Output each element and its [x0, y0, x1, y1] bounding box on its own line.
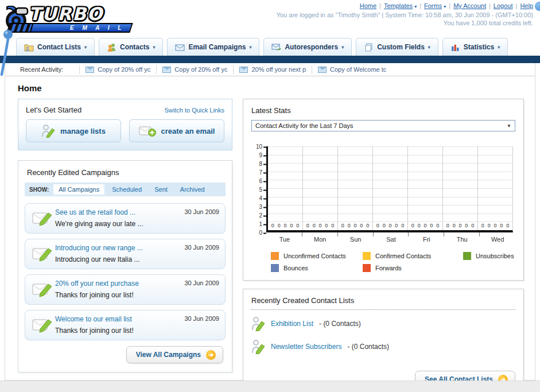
legend-label: Bounces [283, 265, 308, 271]
nav-link-my-account[interactable]: My Account [453, 2, 486, 9]
campaign-title-link[interactable]: Welcome to our email list [55, 315, 184, 323]
view-all-campaigns-button[interactable]: View All Campaigns ➜ [126, 346, 223, 363]
recent-activity-item[interactable]: Copy of Welcome tc [312, 65, 392, 74]
bar-value-label: 0 [325, 223, 328, 228]
bar-value-label: 0 [313, 223, 316, 228]
bar-value-label: 0 [389, 223, 391, 228]
contact-list-count: - (0 Contacts) [319, 320, 361, 328]
nav-link-help[interactable]: Help [520, 2, 533, 9]
content-frame: Recent Activity: Copy of 20% off yc Copy… [5, 63, 535, 381]
campaign-row[interactable]: 20% off your next purchaseThanks for joi… [25, 274, 226, 305]
campaign-row[interactable]: Introducing our new range ...Introducing… [25, 239, 226, 269]
campaign-subtitle: Thanks for joining our list! [55, 327, 134, 335]
credits-text: You have 1,000 total credits left. [277, 20, 533, 26]
legend-label: Forwards [375, 265, 402, 271]
legend-swatch-icon [271, 264, 279, 272]
bar-value-label: 0 [296, 223, 299, 228]
tab-custom-fields[interactable]: Custom Fields ▾ [356, 38, 438, 56]
contact-lists-title: Recently Created Contact Lists [251, 296, 515, 310]
create-email-button[interactable]: create an email [129, 119, 224, 142]
chart-plot: 00000000000000000000000000000000000 [266, 146, 513, 232]
envelope-icon [239, 67, 248, 73]
contact-list-link[interactable]: Newsletter Subscribers [271, 343, 341, 351]
page-footer [0, 381, 540, 392]
recent-activity-item[interactable]: Copy of 20% off yc [156, 65, 233, 74]
nav-link-templates[interactable]: Templates [384, 2, 413, 9]
recent-activity-item[interactable]: 20% off your next p [233, 65, 312, 74]
chart-legend: Unconfirmed ContactsConfirmed ContactsUn… [271, 252, 515, 272]
tab-autoresponders[interactable]: Autoresponders ▾ [263, 38, 352, 56]
chart-day-group: 00000 [337, 146, 372, 230]
switch-quick-links-link[interactable]: Switch to Quick Links [164, 107, 224, 114]
y-tick-label: 7 [259, 169, 262, 176]
bar-value-label: 0 [306, 223, 309, 228]
filter-sent[interactable]: Sent [149, 184, 173, 195]
get-started-panel: Let's Get Started Switch to Quick Links … [18, 99, 232, 150]
nav-link-home[interactable]: Home [360, 2, 376, 9]
contact-list-row: Newsletter Subscribers - (0 Contacts) [251, 335, 515, 358]
bar-value-label: 0 [383, 223, 386, 228]
filter-archived[interactable]: Archived [175, 184, 210, 195]
bar-value-label: 0 [278, 223, 281, 228]
bar-value-label: 0 [506, 223, 509, 228]
header: TURBO E M A I L Home|Templates ▾|Forms ▾… [0, 0, 540, 37]
navy-divider-bar [0, 56, 540, 63]
envelope-icon [162, 67, 171, 73]
bar-value-label: 0 [366, 223, 369, 228]
envelope-edit-icon [32, 280, 55, 300]
tab-email-campaigns[interactable]: Email Campaigns ▾ [167, 38, 259, 56]
x-tick-label: Mon [302, 232, 338, 244]
chart-yaxis: 012345678910 [252, 146, 266, 232]
envelope-edit-icon [32, 315, 55, 335]
x-tick-label: Thu [444, 232, 480, 244]
recent-activity-item[interactable]: Copy of 20% off yc [79, 65, 156, 74]
bar-value-label: 0 [395, 223, 398, 228]
page-title: Home [18, 83, 535, 93]
main-nav-tabs: Contact Lists ▾ Contacts ▾ Email Campaig… [0, 38, 540, 56]
bar-value-label: 0 [360, 223, 363, 228]
chevron-down-icon: ▾ [341, 45, 344, 50]
tab-contact-lists[interactable]: Contact Lists ▾ [16, 38, 95, 56]
y-tick-label: 6 [259, 178, 262, 184]
campaign-title-link[interactable]: See us at the retail food ... [55, 208, 184, 216]
logo-email-bar: E M A I L [29, 23, 133, 33]
filter-all-campaigns[interactable]: All Campaigns [53, 184, 104, 195]
legend-swatch-icon [363, 252, 371, 260]
x-tick-label: Sun [338, 232, 374, 244]
tab-statistics[interactable]: Statistics ▾ [442, 38, 508, 56]
nav-link-logout[interactable]: Logout [494, 2, 513, 9]
tab-contacts[interactable]: Contacts ▾ [99, 38, 163, 56]
stats-period-select[interactable]: Contact Activity for the Last 7 Days ▼ [251, 120, 515, 131]
latest-stats-panel: Latest Stats Contact Activity for the La… [243, 99, 524, 281]
arrow-right-icon: ➜ [206, 350, 216, 360]
bar-value-label: 0 [500, 223, 503, 228]
campaign-date: 30 Jun 2009 [184, 315, 219, 335]
filter-scheduled[interactable]: Scheduled [107, 184, 147, 195]
turbo-email-logo: TURBO E M A I L [3, 2, 147, 34]
y-tick-label: 10 [256, 143, 262, 150]
manage-lists-button[interactable]: manage lists [26, 119, 121, 142]
campaign-title-link[interactable]: Introducing our new range ... [55, 244, 184, 252]
legend-item: Forwards [363, 264, 463, 272]
bar-value-label: 0 [283, 223, 286, 228]
chevron-down-icon: ▼ [507, 123, 511, 129]
bar-value-label: 0 [290, 223, 293, 228]
contact-list-link[interactable]: Exhibition List [271, 320, 313, 328]
chart-xaxis: TueMonSunSatFriThuWed [267, 232, 515, 244]
y-tick-label: 8 [259, 161, 262, 167]
campaign-row[interactable]: Welcome to our email listThanks for join… [25, 310, 226, 340]
pages-icon [364, 43, 374, 52]
bar-value-label: 0 [459, 223, 461, 228]
latest-stats-title: Latest Stats [251, 106, 515, 115]
chart-day-group: 00000 [268, 146, 302, 230]
campaign-date: 30 Jun 2009 [184, 280, 219, 300]
recent-activity-label: Recent Activity: [20, 66, 63, 73]
contact-list-row: Exhibition List - (0 Contacts) [251, 312, 515, 335]
nav-link-forms[interactable]: Forms [424, 2, 442, 9]
header-nav: Home|Templates ▾|Forms ▾|My Account|Logo… [277, 2, 533, 9]
bar-value-label: 0 [424, 223, 426, 228]
bar-value-label: 0 [401, 223, 404, 228]
campaign-row[interactable]: See us at the retail food ...We're givin… [25, 203, 226, 234]
bar-value-label: 0 [471, 223, 474, 228]
campaign-title-link[interactable]: 20% off your next purchase [55, 280, 184, 288]
